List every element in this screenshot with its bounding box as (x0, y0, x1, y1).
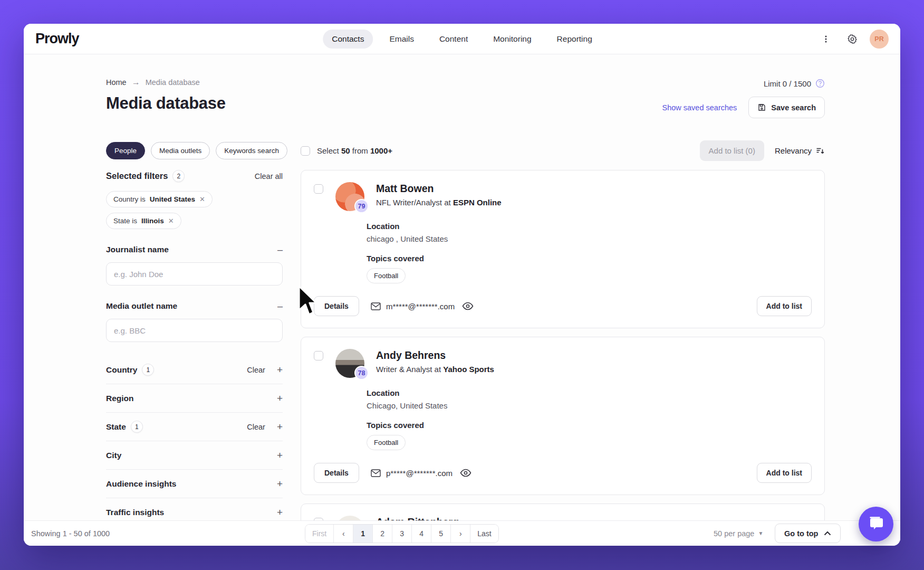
chat-widget-button[interactable] (859, 507, 893, 542)
media-outlet-name-input[interactable] (106, 319, 283, 342)
location-value: chicago , United States (367, 234, 812, 243)
filter-chip-country[interactable]: Country isUnited States ✕ (106, 191, 213, 207)
breadcrumb-arrow-icon: → (132, 78, 140, 87)
contact-card: 76 Adam Rittenberg Senior Writer at ESPN… (301, 504, 825, 520)
add-to-list-button[interactable]: Add to list (757, 296, 812, 316)
limit-indicator: Limit 0 / 1500 (764, 79, 825, 88)
chat-icon (868, 516, 884, 532)
page-2-button[interactable]: 2 (373, 525, 392, 543)
nav-content[interactable]: Content (430, 30, 477, 49)
go-to-top-button[interactable]: Go to top (775, 524, 841, 543)
page-last-button[interactable]: Last (470, 525, 498, 543)
details-button[interactable]: Details (314, 463, 359, 483)
filter-chip-state[interactable]: State isIllinois ✕ (106, 213, 181, 229)
expand-plus-icon[interactable]: + (277, 393, 283, 404)
filters-sidebar: Selected filters 2 Clear all Country isU… (106, 170, 283, 520)
sort-icon (816, 147, 825, 155)
tab-keywords-search[interactable]: Keywords search (216, 142, 287, 159)
contact-role: Writer & Analyst at Yahoo Sports (376, 365, 494, 374)
help-icon[interactable] (815, 79, 825, 88)
filter-section-state[interactable]: State 1 Clear + (106, 413, 283, 441)
nav-emails[interactable]: Emails (380, 30, 423, 49)
user-avatar[interactable]: PR (870, 30, 889, 49)
page-3-button[interactable]: 3 (392, 525, 412, 543)
country-count-badge: 1 (142, 364, 154, 376)
filter-section-city[interactable]: City + (106, 441, 283, 470)
location-label: Location (367, 222, 812, 231)
expand-plus-icon[interactable]: + (277, 421, 283, 433)
list-footer: Showing 1 - 50 of 1000 First ‹ 1 2 3 4 5… (24, 520, 900, 546)
remove-chip-icon[interactable]: ✕ (199, 195, 205, 203)
expand-plus-icon[interactable]: + (277, 364, 283, 376)
topic-chip[interactable]: Football (367, 268, 406, 283)
collapse-minus-icon[interactable]: – (277, 245, 283, 254)
chevron-up-icon (824, 531, 831, 536)
top-bar: Prowly Contacts Emails Content Monitorin… (24, 24, 900, 54)
add-to-list-bulk-button[interactable]: Add to list (0) (700, 140, 764, 161)
database-type-tabs: People Media outlets Keywords search (106, 140, 283, 161)
breadcrumb: Home → Media database (106, 78, 226, 87)
contact-checkbox[interactable] (314, 184, 323, 194)
tab-people[interactable]: People (106, 142, 145, 159)
page-title: Media database (106, 94, 226, 113)
selected-filters-count: 2 (172, 170, 185, 182)
journalist-name-label: Journalist name (106, 245, 169, 254)
contact-name[interactable]: Matt Bowen (376, 183, 502, 195)
reveal-email-eye-icon[interactable] (462, 302, 474, 310)
filter-section-traffic-insights[interactable]: Traffic insights + (106, 498, 283, 520)
filter-section-country[interactable]: Country 1 Clear + (106, 356, 283, 384)
country-clear-link[interactable]: Clear (247, 366, 265, 374)
contact-name[interactable]: Andy Behrens (376, 349, 494, 362)
tab-media-outlets[interactable]: Media outlets (151, 142, 210, 159)
journalist-name-input[interactable] (106, 262, 283, 286)
selected-filters-title: Selected filters (106, 171, 168, 181)
remove-chip-icon[interactable]: ✕ (168, 217, 174, 225)
select-all-checkbox[interactable] (301, 146, 310, 156)
nav-monitoring[interactable]: Monitoring (484, 30, 540, 49)
expand-plus-icon[interactable]: + (277, 507, 283, 518)
page-first-button[interactable]: First (305, 525, 334, 543)
filter-section-audience-insights[interactable]: Audience insights + (106, 470, 283, 498)
nav-contacts[interactable]: Contacts (323, 30, 373, 49)
location-value: Chicago, United States (367, 401, 812, 410)
page-next-button[interactable]: › (451, 525, 470, 543)
caret-down-icon: ▼ (758, 530, 763, 536)
location-label: Location (367, 388, 812, 397)
envelope-icon (371, 302, 381, 310)
page-1-button[interactable]: 1 (353, 525, 373, 543)
showing-count: Showing 1 - 50 of 1000 (31, 529, 110, 538)
gear-icon[interactable] (843, 30, 861, 48)
prowly-logo[interactable]: Prowly (35, 31, 79, 47)
save-search-button[interactable]: Save search (748, 97, 825, 118)
details-button[interactable]: Details (314, 296, 359, 316)
collapse-minus-icon[interactable]: – (277, 301, 283, 311)
state-clear-link[interactable]: Clear (247, 423, 265, 431)
filter-section-region[interactable]: Region + (106, 384, 283, 413)
nav-reporting[interactable]: Reporting (548, 30, 601, 49)
per-page-dropdown[interactable]: 50 per page ▼ (714, 529, 763, 538)
topics-label: Topics covered (367, 421, 812, 430)
contact-name[interactable]: Adam Rittenberg (376, 516, 482, 520)
masked-email: m*****@*******.com (371, 302, 455, 311)
breadcrumb-home[interactable]: Home (106, 78, 127, 87)
breadcrumb-current: Media database (146, 78, 200, 87)
kebab-menu-icon[interactable] (817, 30, 835, 48)
relevancy-score-badge: 79 (354, 199, 369, 213)
page-4-button[interactable]: 4 (412, 525, 431, 543)
expand-plus-icon[interactable]: + (277, 478, 283, 490)
contact-checkbox[interactable] (314, 351, 323, 360)
reveal-email-eye-icon[interactable] (460, 469, 471, 477)
sort-selector[interactable]: Relevancy (775, 146, 825, 155)
contact-role: NFL Writer/Analyst at ESPN Online (376, 198, 502, 207)
media-outlet-name-label: Media outlet name (106, 301, 177, 311)
topic-chip[interactable]: Football (367, 435, 406, 450)
clear-all-link[interactable]: Clear all (255, 172, 283, 180)
page-prev-button[interactable]: ‹ (334, 525, 353, 543)
add-to-list-button[interactable]: Add to list (757, 463, 812, 483)
page-5-button[interactable]: 5 (431, 525, 451, 543)
show-saved-searches-link[interactable]: Show saved searches (662, 103, 737, 112)
contact-card: 79 Matt Bowen NFL Writer/Analyst at ESPN… (301, 170, 825, 328)
top-right-controls: PR (817, 30, 889, 49)
pagination: First ‹ 1 2 3 4 5 › Last (305, 524, 499, 543)
expand-plus-icon[interactable]: + (277, 450, 283, 461)
